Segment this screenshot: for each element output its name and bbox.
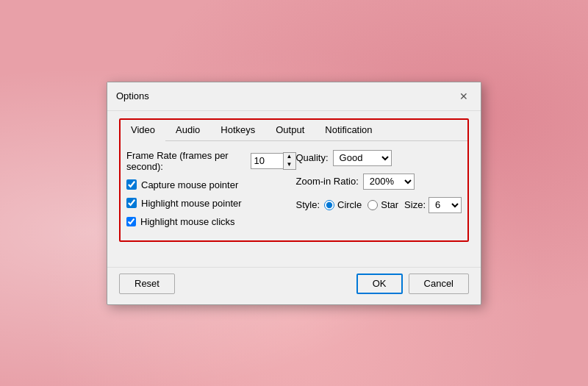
tab-video[interactable]: Video [121, 120, 165, 141]
ok-button[interactable]: OK [356, 274, 403, 294]
highlight-mouse-checkbox[interactable] [126, 198, 137, 208]
dialog-title: Options [116, 90, 149, 101]
highlight-mouse-row: Highlight mouse pointer [126, 198, 296, 209]
circle-radio[interactable] [324, 200, 334, 210]
highlight-clicks-label: Highlight mouse clicks [140, 216, 235, 227]
reset-button[interactable]: Reset [119, 274, 175, 294]
tab-notification[interactable]: Notification [315, 120, 382, 140]
star-radio[interactable] [368, 200, 378, 210]
size-label: Size: [404, 199, 426, 210]
options-dialog: Options ✕ Video Audio Hotkeys Output Not… [107, 82, 481, 305]
star-option: Star [368, 199, 398, 210]
frame-rate-spinner: ▲ ▼ [251, 152, 296, 170]
spinner-down-button[interactable]: ▼ [284, 161, 295, 169]
spinner-buttons: ▲ ▼ [283, 152, 296, 170]
circle-label: Circle [337, 199, 362, 210]
cancel-button[interactable]: Cancel [409, 274, 469, 294]
highlight-clicks-checkbox[interactable] [126, 217, 136, 226]
style-row: Style: Circle Star [296, 197, 462, 213]
circle-option: Circle [324, 199, 362, 210]
tab-audio[interactable]: Audio [165, 120, 210, 140]
spinner-up-button[interactable]: ▲ [284, 153, 295, 161]
footer-right-buttons: OK Cancel [356, 274, 469, 294]
frame-rate-left: Frame Rate (frames per second): ▲ ▼ [126, 150, 296, 172]
size-select[interactable]: 4 5 6 7 8 [429, 197, 462, 213]
left-options: Frame Rate (frames per second): ▲ ▼ [126, 150, 296, 235]
tabs-container: Video Audio Hotkeys Output Notification … [119, 118, 469, 242]
capture-mouse-checkbox[interactable] [126, 179, 137, 190]
zoom-row: Zoom-in Ratio: 100% 150% 200% 250% [296, 174, 462, 190]
close-button[interactable]: ✕ [456, 88, 472, 104]
top-options-row: Frame Rate (frames per second): ▲ ▼ [126, 150, 462, 235]
frame-rate-label: Frame Rate (frames per second): [126, 150, 246, 172]
dialog-content: Video Audio Hotkeys Output Notification … [107, 111, 481, 264]
quality-label: Quality: [296, 152, 329, 163]
capture-mouse-row: Capture mouse pointer [126, 179, 296, 190]
zoom-label: Zoom-in Ratio: [296, 176, 359, 187]
frame-rate-input[interactable] [251, 153, 283, 169]
highlight-clicks-left: Highlight mouse clicks [126, 216, 235, 227]
size-control: Size: 4 5 6 7 8 [404, 197, 462, 213]
star-label: Star [381, 199, 398, 210]
tab-hotkeys[interactable]: Hotkeys [210, 120, 265, 140]
title-bar: Options ✕ [107, 82, 481, 111]
style-label: Style: [296, 199, 320, 210]
capture-mouse-label: Capture mouse pointer [141, 179, 238, 190]
style-radio-group: Circle Star Size: 4 [324, 197, 462, 213]
tab-output[interactable]: Output [265, 120, 315, 140]
frame-rate-row: Frame Rate (frames per second): ▲ ▼ [126, 150, 296, 172]
highlight-clicks-row: Highlight mouse clicks [126, 216, 296, 227]
right-options-block: Quality: Good Better Best Zoom-in Ratio:… [296, 150, 462, 213]
dialog-footer: Reset OK Cancel [107, 267, 481, 304]
quality-select[interactable]: Good Better Best [333, 150, 392, 166]
highlight-mouse-label: Highlight mouse pointer [141, 198, 242, 209]
video-tab-content: Frame Rate (frames per second): ▲ ▼ [121, 141, 467, 240]
tabs-bar: Video Audio Hotkeys Output Notification [121, 120, 467, 141]
zoom-select[interactable]: 100% 150% 200% 250% [363, 174, 415, 190]
quality-row: Quality: Good Better Best [296, 150, 462, 166]
